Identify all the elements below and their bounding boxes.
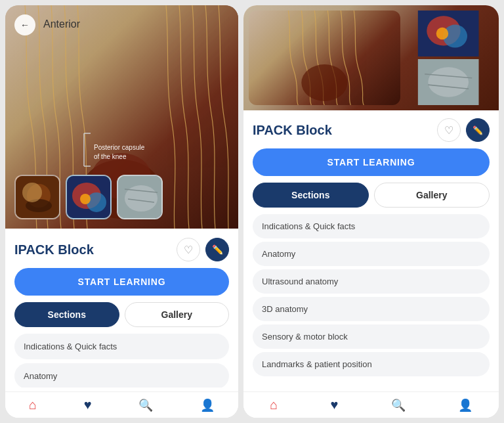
thumb-2[interactable] [66, 175, 112, 219]
nav-profile[interactable]: 👤 [200, 398, 215, 412]
right-bookmark-button[interactable]: ✏️ [466, 118, 490, 142]
list-item[interactable]: Ultrasound anatomy [253, 269, 490, 294]
right-title-row: IPACK Block ♡ ✏️ [253, 118, 490, 142]
heart-nav-icon: ♥ [84, 397, 92, 412]
right-action-icons: ♡ ✏️ [437, 118, 490, 142]
start-learning-button[interactable]: START LEARNING [14, 268, 229, 296]
list-item[interactable]: Sensory & motor block [253, 324, 490, 349]
right-nav-favorites[interactable]: ♥ [330, 397, 338, 412]
right-hero [243, 5, 499, 110]
right-nav-profile[interactable]: 👤 [458, 398, 472, 412]
right-block-title: IPACK Block [253, 123, 332, 138]
right-thumb-2[interactable] [403, 11, 494, 56]
right-heart-icon: ♡ [444, 124, 453, 137]
right-start-learning-button[interactable]: START LEARNING [253, 148, 490, 176]
list-item[interactable]: Anatomy [253, 242, 490, 266]
tab-sections[interactable]: Sections [14, 302, 119, 327]
right-nav-home[interactable]: ⌂ [270, 397, 278, 412]
right-heart-nav-icon: ♥ [330, 397, 338, 412]
right-bookmark-icon: ✏️ [472, 125, 483, 135]
svg-point-21 [436, 28, 448, 40]
right-hero-thumbs [403, 11, 494, 105]
right-tab-row: Sections Gallery [253, 183, 490, 208]
home-icon: ⌂ [29, 397, 37, 412]
section-list: Indications & Quick facts Anatomy [14, 334, 229, 388]
svg-point-8 [26, 199, 52, 212]
left-panel: ← Anterior Posterior capsuleof the knee [5, 5, 238, 418]
nav-home[interactable]: ⌂ [29, 397, 37, 412]
right-section-list: Indications & Quick facts Anatomy Ultras… [253, 214, 490, 376]
right-heart-button[interactable]: ♡ [437, 118, 461, 142]
right-panel: IPACK Block ♡ ✏️ START LEARNING Sections… [243, 5, 499, 418]
bottom-nav: ⌂ ♥ 🔍 👤 [5, 391, 238, 418]
svg-point-23 [428, 67, 469, 97]
list-item[interactable]: Indications & Quick facts [14, 334, 229, 359]
right-home-icon: ⌂ [270, 397, 278, 412]
list-item[interactable]: Landmarks & patient position [253, 352, 490, 376]
right-search-icon: 🔍 [391, 398, 406, 412]
right-nav-search[interactable]: 🔍 [391, 398, 406, 412]
right-thumb-3[interactable] [403, 59, 494, 105]
right-hero-main [249, 11, 400, 105]
svg-point-12 [80, 194, 91, 204]
nav-search[interactable]: 🔍 [138, 398, 153, 412]
right-tab-sections[interactable]: Sections [253, 183, 369, 208]
thumb-3[interactable] [117, 175, 163, 219]
right-tab-gallery[interactable]: Gallery [374, 183, 490, 208]
title-row: IPACK Block ♡ ✏️ [14, 238, 229, 261]
nav-favorites[interactable]: ♥ [84, 397, 92, 412]
tab-row: Sections Gallery [14, 302, 229, 327]
right-bottom-nav: ⌂ ♥ 🔍 👤 [243, 391, 499, 418]
back-button[interactable]: ← [14, 14, 35, 35]
bookmark-icon: ✏️ [212, 244, 223, 255]
svg-point-17 [301, 64, 347, 101]
svg-point-11 [87, 192, 106, 212]
list-item[interactable]: Indications & Quick facts [253, 214, 490, 238]
list-item[interactable]: Anatomy [14, 363, 229, 388]
action-icons: ♡ ✏️ [177, 238, 229, 261]
screen-container: ← Anterior Posterior capsuleof the knee [0, 0, 504, 423]
tab-gallery[interactable]: Gallery [125, 302, 230, 327]
search-icon: 🔍 [138, 398, 153, 412]
bookmark-button[interactable]: ✏️ [205, 238, 229, 261]
heart-icon: ♡ [184, 244, 193, 256]
hero-label: Anterior [43, 18, 80, 30]
list-item[interactable]: 3D anatomy [253, 297, 490, 321]
svg-rect-6 [16, 176, 60, 219]
left-panel-content: IPACK Block ♡ ✏️ START LEARNING Sections… [5, 229, 238, 388]
right-panel-content: IPACK Block ♡ ✏️ START LEARNING Sections… [243, 110, 499, 388]
annotation-text: Posterior capsuleof the knee [94, 143, 144, 162]
thumbnail-row [14, 175, 163, 219]
hero-image: ← Anterior Posterior capsuleof the knee [5, 5, 238, 229]
user-icon: 👤 [200, 398, 215, 412]
heart-button[interactable]: ♡ [177, 238, 200, 261]
right-user-icon: 👤 [458, 398, 472, 412]
block-title: IPACK Block [14, 242, 94, 257]
thumb-1[interactable] [14, 175, 60, 219]
